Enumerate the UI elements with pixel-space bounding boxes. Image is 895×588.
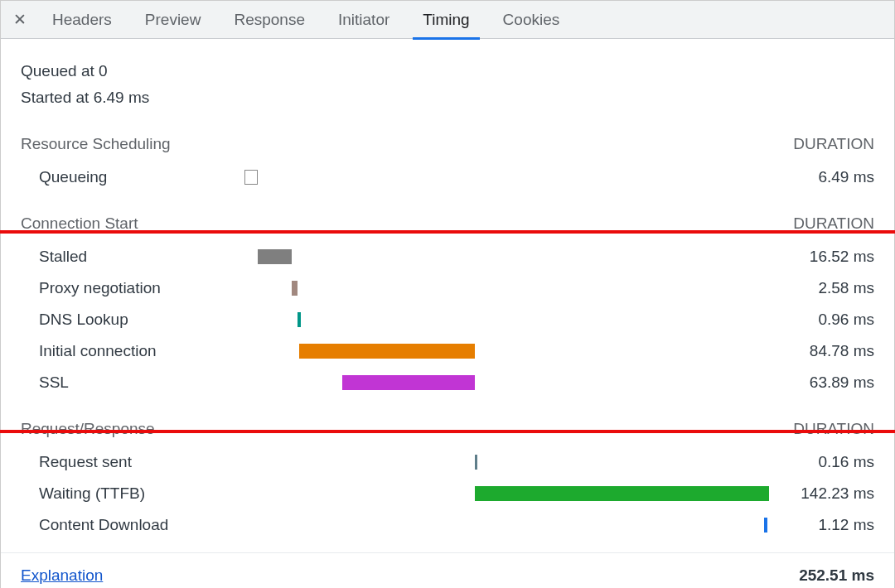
bar-stalled	[258, 249, 292, 264]
row-label: Waiting (TTFB)	[21, 484, 244, 503]
row-label: Stalled	[21, 248, 244, 266]
bar-initial	[299, 344, 475, 359]
bar-sent-cell	[244, 455, 767, 470]
row-value: 0.16 ms	[767, 453, 874, 471]
section-title: Connection Start	[21, 214, 138, 233]
row-value: 0.96 ms	[767, 311, 874, 329]
row-value: 6.49 ms	[767, 168, 874, 186]
duration-header: DURATION	[793, 135, 874, 153]
tab-headers[interactable]: Headers	[36, 1, 128, 39]
row-initial: Initial connection 84.78 ms	[21, 335, 874, 367]
bar-queueing-cell	[244, 170, 767, 185]
section-connection-start-head: Connection Start DURATION	[21, 214, 874, 233]
row-queueing: Queueing 6.49 ms	[21, 161, 874, 193]
bar-proxy-cell	[244, 281, 767, 296]
duration-header: DURATION	[793, 214, 874, 233]
row-label: DNS Lookup	[21, 311, 244, 329]
bar-proxy	[292, 281, 297, 296]
bar-dns-cell	[244, 312, 767, 327]
row-ssl: SSL 63.89 ms	[21, 367, 874, 398]
section-request-response-head: Request/Response DURATION	[21, 420, 874, 438]
bar-ssl	[342, 375, 474, 390]
bar-initial-cell	[244, 344, 767, 359]
bar-waiting-cell	[244, 486, 767, 501]
tab-response[interactable]: Response	[217, 1, 322, 39]
total-duration: 252.51 ms	[799, 566, 874, 585]
explanation-link[interactable]: Explanation	[21, 566, 103, 585]
tab-preview[interactable]: Preview	[128, 1, 218, 39]
queued-at: Queued at 0	[21, 62, 874, 80]
row-label: Queueing	[21, 168, 244, 186]
row-proxy: Proxy negotiation 2.58 ms	[21, 272, 874, 304]
tab-cookies[interactable]: Cookies	[486, 1, 577, 39]
row-value: 1.12 ms	[767, 516, 874, 534]
bar-content-cell	[244, 518, 767, 533]
row-stalled: Stalled 16.52 ms	[21, 241, 874, 272]
started-at: Started at 6.49 ms	[21, 89, 874, 107]
bar-stalled-cell	[244, 249, 767, 264]
duration-header: DURATION	[793, 420, 874, 438]
tab-initiator[interactable]: Initiator	[322, 1, 406, 39]
row-label: Proxy negotiation	[21, 279, 244, 297]
bar-queueing	[244, 170, 258, 185]
tab-bar: ✕ Headers Preview Response Initiator Tim…	[1, 1, 894, 39]
row-label: SSL	[21, 374, 244, 392]
row-label: Content Download	[21, 516, 244, 534]
row-value: 16.52 ms	[767, 248, 874, 266]
row-value: 142.23 ms	[767, 484, 874, 503]
row-label: Initial connection	[21, 342, 244, 360]
row-waiting: Waiting (TTFB) 142.23 ms	[21, 478, 874, 509]
bar-waiting	[475, 486, 769, 501]
row-dns: DNS Lookup 0.96 ms	[21, 304, 874, 335]
bar-sent	[475, 455, 477, 470]
row-value: 63.89 ms	[767, 374, 874, 392]
section-title: Resource Scheduling	[21, 135, 171, 153]
bar-content	[764, 518, 767, 533]
row-value: 84.78 ms	[767, 342, 874, 360]
row-content-download: Content Download 1.12 ms	[21, 509, 874, 541]
section-title: Request/Response	[21, 420, 155, 438]
tab-timing[interactable]: Timing	[406, 1, 486, 39]
row-request-sent: Request sent 0.16 ms	[21, 446, 874, 478]
close-icon[interactable]: ✕	[4, 10, 36, 29]
row-value: 2.58 ms	[767, 279, 874, 297]
bar-ssl-cell	[244, 375, 767, 390]
row-label: Request sent	[21, 453, 244, 471]
bar-dns	[298, 312, 301, 327]
section-resource-scheduling-head: Resource Scheduling DURATION	[21, 135, 874, 153]
